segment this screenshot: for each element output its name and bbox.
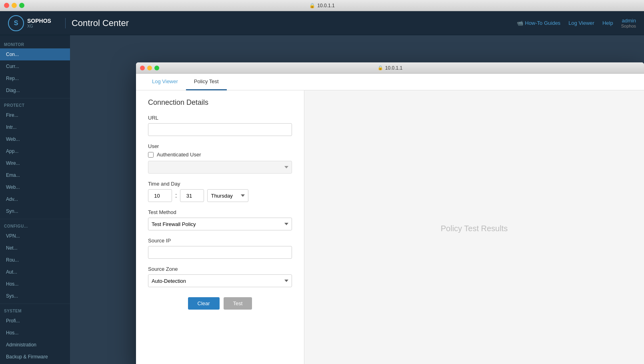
source-ip-group: Source IP [148,238,292,259]
user-dropdown[interactable] [148,161,292,174]
admin-sub: Sophos [621,24,636,28]
maximize-button[interactable] [19,3,24,8]
os-titlebar: 🔒 10.0.1.1 [0,0,644,11]
modal-address-bar: 🔒 10.0.1.1 [378,65,402,71]
tab-log-viewer[interactable]: Log Viewer [144,74,186,90]
sidebar-item-network[interactable]: Net... [0,242,70,254]
form-panel: Connection Details URL User [136,90,304,364]
day-select[interactable]: Sunday Monday Tuesday Wednesday Thursday… [207,189,248,202]
results-placeholder-text: Policy Test Results [441,224,508,233]
test-method-group: Test Method Test Firewall Policy Test We… [148,209,292,230]
tab-policy-test[interactable]: Policy Test [186,74,227,90]
top-navigation: S SOPHOS XG Control Center 📹 How-To Guid… [0,11,644,35]
os-address: 10.0.1.1 [317,3,334,8]
sidebar-item-web2[interactable]: Web... [0,181,70,193]
modal-titlebar: 🔒 10.0.1.1 [136,62,644,74]
modal-lock-icon: 🔒 [378,65,383,70]
log-viewer-label: Log Viewer [568,20,594,26]
authenticated-user-checkbox-label[interactable]: Authenticated User [148,152,292,158]
time-day-group: Time and Day : Sunday Monday Tuesday [148,181,292,202]
sidebar-section-monitor: MONITOR [0,39,70,48]
sidebar-item-hosts2[interactable]: Hos... [0,327,70,339]
minimize-button[interactable] [12,3,17,8]
time-row: : Sunday Monday Tuesday Wednesday Thursd… [148,189,292,202]
sidebar: MONITOR Con... Curr... Rep... Diag... PR… [0,35,70,364]
authenticated-user-checkbox[interactable] [148,152,154,158]
top-nav-links: 📹 How-To Guides Log Viewer Help admin So… [517,18,636,28]
sidebar-item-sync[interactable]: Syn... [0,205,70,217]
app-title: Control Center [65,18,129,28]
sidebar-item-auth[interactable]: Aut... [0,266,70,278]
admin-menu[interactable]: admin Sophos [621,18,636,28]
test-button[interactable]: Test [224,297,252,310]
source-zone-select[interactable]: Auto-Detection LAN WAN DMZ VPN WiFi [148,274,292,287]
sidebar-item-system[interactable]: Sys... [0,290,70,302]
modal-window: 🔒 10.0.1.1 Log Viewer Policy Test Connec [136,62,644,364]
sidebar-section-system: SYSTEM [0,306,70,315]
sidebar-item-backup-firmware[interactable]: Backup & Firmware [0,351,70,363]
modal-minimize-button[interactable] [147,66,152,70]
url-input[interactable] [148,123,292,136]
sidebar-item-control-center[interactable]: Con... [0,48,70,60]
modal-main-content: Connection Details URL User [136,90,644,364]
url-group: URL [148,115,292,136]
sidebar-item-vpn[interactable]: VPN... [0,230,70,242]
close-button[interactable] [4,3,9,8]
sidebar-section-config: CONFIGU... [0,221,70,230]
action-buttons: Clear Test [148,297,292,310]
sidebar-item-wireless[interactable]: Wire... [0,157,70,169]
video-icon: 📹 [517,20,523,26]
modal-window-controls[interactable] [140,66,159,70]
source-ip-label: Source IP [148,238,292,244]
sidebar-item-current[interactable]: Curr... [0,60,70,72]
test-method-label: Test Method [148,209,292,215]
sidebar-divider-1 [0,98,70,98]
help-label: Help [602,20,613,26]
logo-text-group: SOPHOS XG [27,18,51,28]
how-to-guides-label: How-To Guides [525,20,560,26]
sidebar-item-firewall[interactable]: Fire... [0,109,70,121]
source-zone-group: Source Zone Auto-Detection LAN WAN DMZ V… [148,266,292,287]
modal-address-text: 10.0.1.1 [385,65,402,71]
address-bar: 🔒 10.0.1.1 [309,3,334,8]
sidebar-item-profiles[interactable]: Profi... [0,315,70,327]
source-zone-label: Source Zone [148,266,292,272]
how-to-guides-link[interactable]: 📹 How-To Guides [517,20,560,26]
sidebar-item-web[interactable]: Web... [0,133,70,145]
sidebar-item-administration[interactable]: Administration [0,339,70,351]
log-viewer-link[interactable]: Log Viewer [568,20,594,26]
sophos-logo-icon: S [8,15,24,31]
time-separator: : [175,192,177,199]
sidebar-item-reports[interactable]: Rep... [0,72,70,84]
content-wrapper: MONITOR Con... Curr... Rep... Diag... PR… [0,35,644,364]
modal-maximize-button[interactable] [154,66,159,70]
sidebar-divider-2 [0,219,70,219]
tab-bar: Log Viewer Policy Test [136,74,644,90]
window-controls[interactable] [4,3,24,8]
sidebar-item-intrusion[interactable]: Intr... [0,121,70,133]
sidebar-item-routing[interactable]: Rou... [0,254,70,266]
user-group: User Authenticated User [148,143,292,174]
time-hour-input[interactable] [148,189,172,202]
sidebar-item-app[interactable]: App... [0,145,70,157]
url-label: URL [148,115,292,121]
lock-icon: 🔒 [309,3,315,8]
source-ip-input[interactable] [148,246,292,259]
admin-name: admin [622,18,636,24]
help-link[interactable]: Help [602,20,613,26]
time-minute-input[interactable] [180,189,204,202]
sidebar-item-email[interactable]: Ema... [0,169,70,181]
modal-overlay: 🔒 10.0.1.1 Log Viewer Policy Test Connec [136,62,644,364]
sidebar-divider-3 [0,304,70,304]
sidebar-item-diagnostics[interactable]: Diag... [0,84,70,96]
authenticated-user-text: Authenticated User [157,152,201,158]
xg-label: XG [27,24,51,28]
clear-button[interactable]: Clear [188,297,220,310]
sidebar-item-advanced[interactable]: Adv... [0,193,70,205]
test-method-select[interactable]: Test Firewall Policy Test Web Policy Tes… [148,218,292,230]
results-panel: Policy Test Results [304,90,644,364]
sidebar-section-protect: PROTECT [0,100,70,109]
modal-close-button[interactable] [140,66,145,70]
sidebar-item-hosts[interactable]: Hos... [0,278,70,290]
section-title: Connection Details [148,98,292,107]
